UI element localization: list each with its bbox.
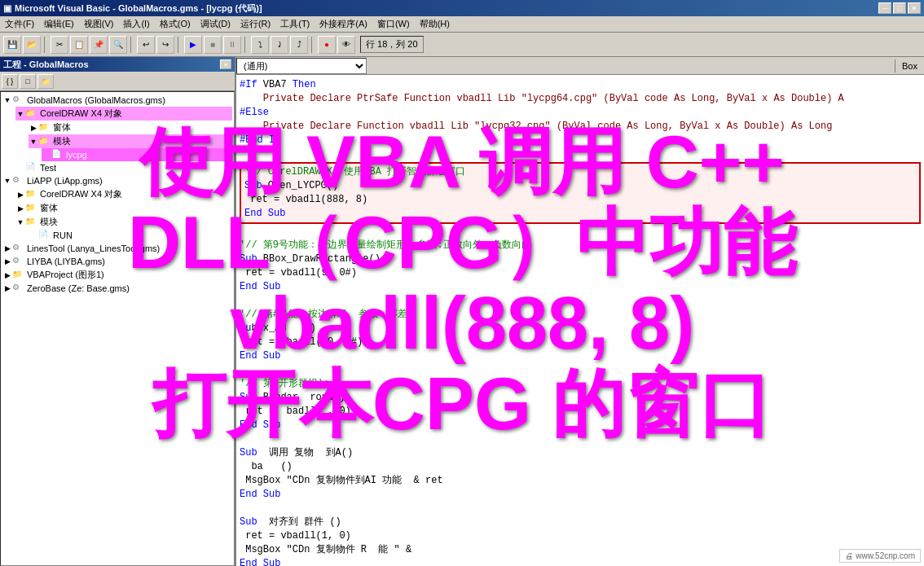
code-line: MsgBox "CDn 复制物件到AI 功能 & ret: [240, 474, 921, 488]
tree-item-liapp-coreldraw[interactable]: ▶ 📁 CorelDRAW X4 对象: [15, 187, 232, 201]
menu-edit[interactable]: 编辑(E): [39, 16, 79, 32]
code-line: Private Declare PtrSafe Function vbadll …: [240, 92, 921, 106]
code-line: #Else: [240, 106, 921, 120]
project-tree[interactable]: ▼ ⚙ GlobalMacros (GlobalMacros.gms) ▼ 📁 …: [0, 91, 235, 566]
gear-icon: ⚙: [12, 243, 25, 254]
tree-item-run[interactable]: 📄 RUN: [29, 229, 232, 242]
expand-icon: ▶: [2, 244, 12, 252]
module-icon: 📄: [38, 230, 51, 241]
procedure-dropdown-area[interactable]: Box: [895, 59, 924, 72]
toolbar-copy[interactable]: 📋: [70, 36, 88, 54]
expand-icon: ▼: [29, 138, 38, 146]
toggle-folders-btn[interactable]: 📁: [37, 74, 54, 89]
toolbar-sep2: [130, 37, 134, 53]
menu-window[interactable]: 窗口(W): [372, 16, 415, 32]
tree-item-forms[interactable]: ▶ 📁 窗体: [29, 121, 232, 134]
close-button[interactable]: ×: [908, 2, 921, 14]
menu-addins[interactable]: 外接程序(A): [315, 16, 372, 32]
toolbar-step-into[interactable]: ⤵: [251, 36, 269, 54]
menu-file[interactable]: 文件(F): [0, 16, 39, 32]
tree-item-liapp-forms[interactable]: ▶ 📁 窗体: [15, 201, 232, 215]
menu-debug[interactable]: 调试(D): [196, 16, 235, 32]
code-line: '// 第9号功能：按边界批量绘制矩形 参数:正数向外，负数向内: [240, 239, 921, 252]
menu-help[interactable]: 帮助(H): [415, 16, 455, 32]
toolbar-cut[interactable]: ✂: [51, 36, 68, 54]
toolbar-stop[interactable]: ■: [204, 36, 222, 54]
gear-icon: ⚙: [12, 94, 25, 106]
expand-icon: ▼: [15, 110, 25, 118]
toolbar-redo[interactable]: ↪: [156, 36, 174, 54]
minimize-button[interactable]: ─: [878, 2, 891, 14]
view-code-btn[interactable]: { }: [2, 74, 18, 89]
folder-icon: 📁: [38, 122, 51, 134]
code-line: [240, 502, 921, 516]
toolbar-watch[interactable]: 👁: [337, 36, 355, 54]
tree-label: VBAProject (图形1): [27, 269, 104, 281]
tree-item-liapp[interactable]: ▼ ⚙ LiAPP (LiApp.gms): [2, 174, 232, 187]
folder-icon: 📁: [12, 270, 25, 281]
maximize-button[interactable]: □: [893, 2, 906, 14]
code-area[interactable]: #If VBA7 Then Private Declare PtrSafe Fu…: [236, 75, 924, 566]
folder-icon: 📁: [38, 136, 51, 147]
toolbar-paste[interactable]: 📌: [90, 36, 108, 54]
expand-icon: ▶: [2, 271, 12, 279]
code-line: ret = vbadll(1, 0): [240, 529, 921, 543]
watermark: 🖨 www.52cnp.com: [839, 549, 921, 563]
object-dropdown[interactable]: (通用): [236, 58, 367, 74]
toolbar-sep4: [244, 37, 248, 53]
code-line: #If VBA7 Then: [240, 78, 921, 92]
expand-icon: ▶: [15, 191, 25, 199]
code-line: #End If: [240, 134, 921, 147]
tree-item-zerobase[interactable]: ▶ ⚙ ZeroBase (Ze: Base.gms): [2, 282, 232, 295]
menu-view[interactable]: 视图(V): [79, 16, 119, 32]
expand-icon: ▼: [15, 218, 25, 226]
gear-icon: ⚙: [12, 256, 25, 267]
tree-label: 窗体: [40, 202, 58, 214]
menu-run[interactable]: 运行(R): [235, 16, 275, 32]
watermark-icon: 🖨: [845, 551, 853, 560]
menu-format[interactable]: 格式(O): [155, 16, 196, 32]
toolbar-run[interactable]: ▶: [184, 36, 202, 54]
menu-insert[interactable]: 插入(I): [118, 16, 154, 32]
tree-label: 模块: [40, 216, 58, 228]
toolbar-open[interactable]: 📂: [23, 36, 41, 54]
tree-item-vbaproject[interactable]: ▶ 📁 VBAProject (图形1): [2, 268, 232, 282]
code-line: End Sub: [240, 419, 921, 432]
project-explorer-label: 工程 - GlobalMacros: [3, 59, 89, 71]
tree-label: 窗体: [53, 121, 71, 134]
project-explorer-close[interactable]: ×: [220, 59, 231, 69]
view-object-btn[interactable]: □: [20, 74, 36, 89]
tree-label: RUN: [53, 230, 73, 240]
folder-icon: 📁: [25, 217, 38, 228]
toolbar-find[interactable]: 🔍: [109, 36, 127, 54]
left-panel: 工程 - GlobalMacros × { } □ 📁 ▼ ⚙ GlobalMa…: [0, 57, 236, 566]
tree-item-lycpg[interactable]: 📄 lycpg: [42, 148, 232, 161]
title-bar-icon: ▣: [3, 3, 11, 14]
tree-label: 模块: [53, 135, 71, 147]
tree-item-modules[interactable]: ▼ 📁 模块: [29, 134, 232, 148]
tree-item-liyba[interactable]: ▶ ⚙ LIYBA (LIYBA.gms): [2, 255, 232, 268]
code-line: End Sub: [240, 349, 921, 363]
code-line: '// 第#号能：按边群组 参数：容差: [240, 308, 921, 322]
toolbar-sep3: [178, 37, 181, 53]
toolbar-breakpoint[interactable]: ●: [318, 36, 336, 54]
expand-icon: ▶: [2, 284, 12, 292]
toolbar-save[interactable]: 💾: [3, 36, 21, 54]
tree-item-coreldraw-obj[interactable]: ▼ 📁 CorelDRAW X4 对象: [15, 107, 232, 121]
expand-icon: ▶: [29, 124, 38, 132]
code-line: ret = vbadll(10, 1#): [240, 336, 921, 349]
code-line: MsgBox "CDn 复制物件 R 能 " &: [240, 543, 921, 557]
toolbar-sep1: [44, 37, 47, 53]
toolbar-undo[interactable]: ↩: [137, 36, 155, 54]
tree-label: LIYBA (LIYBA.gms): [27, 257, 105, 266]
tree-item-test[interactable]: 📄 Test: [15, 161, 232, 174]
code-line: [240, 363, 921, 377]
tree-item-globalmacros[interactable]: ▼ ⚙ GlobalMacros (GlobalMacros.gms): [2, 94, 232, 107]
folder-icon: 📁: [25, 203, 38, 214]
toolbar-pause[interactable]: ⏸: [223, 36, 241, 54]
toolbar-step-out[interactable]: ⤴: [290, 36, 308, 54]
tree-item-liapp-modules[interactable]: ▼ 📁 模块: [15, 215, 232, 229]
toolbar-step-over[interactable]: ⤸: [271, 36, 288, 54]
tree-item-linestool[interactable]: ▶ ⚙ LinesTool (Lanya_LinesTool.gms): [2, 242, 232, 255]
menu-tools[interactable]: 工具(T): [275, 16, 315, 32]
